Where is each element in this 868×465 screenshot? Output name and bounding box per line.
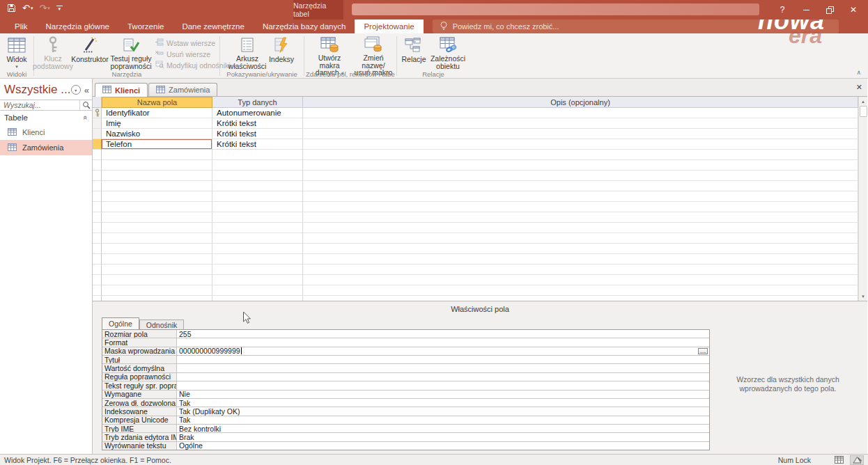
scroll-up-arrow[interactable]: ▲ [859,97,868,106]
property-label[interactable]: Reguła poprawności [102,373,177,381]
field-name-cell[interactable] [102,212,212,223]
description-cell[interactable] [303,223,858,233]
description-cell[interactable] [303,233,858,244]
usun-wiersze-button[interactable]: Usuń wiersze [155,49,231,58]
klucz-podstawowy-button[interactable]: Klucz podstawowy [36,36,70,70]
collapse-group-icon[interactable]: « [82,116,90,120]
property-value[interactable]: Tak [177,399,709,407]
description-cell[interactable] [303,108,858,118]
field-name-cell[interactable] [102,285,212,296]
data-type-cell[interactable] [212,244,303,254]
property-label[interactable]: Kompresja Unicode [102,416,177,424]
description-cell[interactable] [303,129,858,139]
property-value[interactable] [177,381,709,389]
help-button[interactable]: ? [770,0,794,19]
field-name-cell[interactable] [102,254,212,265]
field-name-cell[interactable] [102,223,212,233]
description-cell[interactable] [303,244,858,254]
wstaw-wiersze-button[interactable]: Wstaw wiersze [155,38,231,47]
customize-quick-access-button[interactable]: ▾ [56,6,63,11]
description-cell[interactable] [303,296,858,301]
row-selector[interactable] [93,233,102,244]
data-type-cell[interactable] [212,285,303,296]
property-value[interactable] [177,356,709,363]
description-cell[interactable] [303,191,858,202]
field-name-cell[interactable]: Identyfikator [102,108,212,118]
row-selector[interactable] [93,191,102,202]
nav-menu-dropdown-icon[interactable]: ▾ [71,85,81,95]
row-selector[interactable] [93,254,102,265]
description-cell[interactable] [303,265,858,275]
minimize-button[interactable] [794,0,818,19]
property-label[interactable]: Tekst reguły spr. poprawności [102,381,177,389]
data-type-cell[interactable] [212,265,303,275]
indeksy-button[interactable]: Indeksy [267,36,296,70]
row-selector[interactable] [93,129,102,139]
row-selector[interactable] [93,244,102,254]
nav-pane-title[interactable]: Wszystkie ... [4,83,71,97]
description-cell[interactable] [303,275,858,285]
field-name-cell[interactable] [102,150,212,160]
field-name-cell[interactable]: Nazwisko [102,129,212,139]
description-cell[interactable] [303,171,858,181]
row-selector[interactable] [93,181,102,191]
data-type-cell[interactable] [212,223,303,233]
column-header-data-type[interactable]: Typ danych [212,97,303,108]
shutter-bar-collapse-icon[interactable]: « [84,85,89,95]
relacje-button[interactable]: Relacje [399,36,428,70]
row-selector[interactable] [93,171,102,181]
collapse-ribbon-chevron[interactable]: ∧ [856,69,861,76]
property-value[interactable]: Nie [177,391,709,398]
data-type-cell[interactable] [212,191,303,202]
data-type-cell[interactable] [212,296,303,301]
field-name-cell[interactable]: Telefon [102,139,212,150]
tell-me-box[interactable]: Powiedz mi, co chcesz zrobić... [433,19,839,33]
property-tab-odnosnik[interactable]: Odnośnik [139,320,184,329]
column-header-description[interactable]: Opis (opcjonalny) [303,97,858,108]
datasheet-view-status-icon[interactable] [832,455,846,465]
column-header-field-name[interactable]: Nazwa pola [102,97,212,108]
row-selector[interactable] [93,296,102,301]
close-button[interactable]: ✕ [842,0,865,19]
data-type-cell[interactable] [212,171,303,181]
field-name-cell[interactable] [102,265,212,275]
field-name-cell[interactable] [102,275,212,285]
property-value[interactable] [177,373,709,381]
testuj-reguly-button[interactable]: Testuj reguły poprawności [109,36,153,70]
description-cell[interactable] [303,160,858,171]
sidebar-item-klienci[interactable]: Klienci [0,125,92,140]
data-type-cell[interactable] [212,181,303,191]
description-cell[interactable] [303,181,858,191]
row-selector[interactable] [93,160,102,171]
scrollbar-thumb[interactable] [860,106,867,117]
data-type-cell[interactable] [212,233,303,244]
description-cell[interactable] [303,212,858,223]
field-name-cell[interactable]: Imię [102,118,212,129]
row-selector[interactable] [93,139,102,150]
data-type-cell[interactable] [212,275,303,285]
property-value[interactable]: 255 [177,330,709,338]
restore-button[interactable] [818,0,842,19]
property-label[interactable]: Tryb zdania edytora IME [102,433,177,441]
data-type-cell[interactable] [212,254,303,265]
data-type-cell[interactable] [212,150,303,160]
property-label[interactable]: Wartość domyślna [102,364,177,372]
data-type-cell[interactable]: Krótki tekst [212,118,303,129]
data-type-cell[interactable]: Krótki tekst [212,129,303,139]
nav-search-box[interactable]: Wyszukaj... [0,100,92,111]
konstruktor-button[interactable]: Konstruktor [70,36,109,70]
row-selector[interactable] [93,212,102,223]
data-type-cell[interactable] [212,212,303,223]
input-mask-builder-button[interactable]: … [698,348,708,354]
undo-button[interactable]: ↶▾ [22,3,33,13]
property-label[interactable]: Format [102,338,177,346]
field-name-cell[interactable] [102,233,212,244]
utworz-makra-danych-button[interactable]: Utwórz makra danych ▾ [307,36,352,70]
field-name-cell[interactable] [102,296,212,301]
field-name-cell[interactable] [102,181,212,191]
property-value[interactable]: Bez kontrolki [177,425,709,432]
property-value[interactable]: Tak (Duplikaty OK) [177,407,709,415]
ribbon-tab-narzedzia-bazy-danych[interactable]: Narzędzia bazy danych [254,19,355,33]
document-tab-klienci[interactable]: Klienci [95,83,148,97]
field-name-cell[interactable] [102,244,212,254]
